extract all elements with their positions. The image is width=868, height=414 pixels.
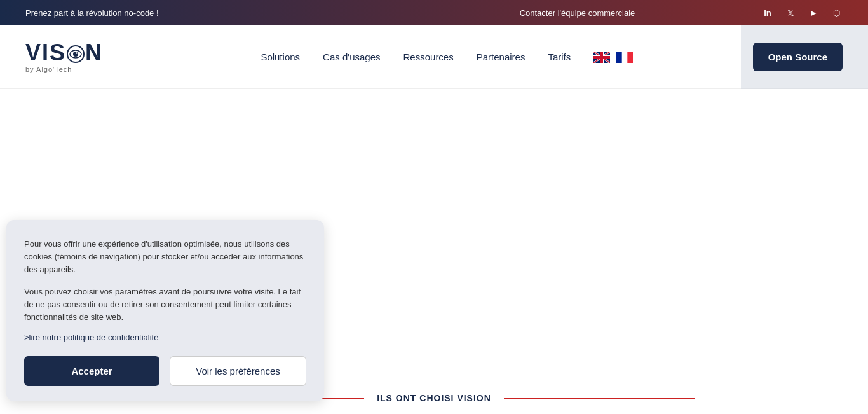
cookie-buttons-group: Accepter Voir les préférences: [24, 356, 306, 386]
site-logo[interactable]: VIS N by Algo'Tech: [25, 41, 103, 73]
twitter-icon[interactable]: [784, 6, 797, 19]
top-banner: Prenez part à la révolution no-code ! Co…: [0, 0, 868, 25]
youtube-icon[interactable]: [807, 6, 820, 19]
banner-center-text[interactable]: Contacter l'équipe commerciale: [393, 8, 761, 18]
language-flags: [593, 52, 633, 63]
logo-wordmark: VIS N: [25, 41, 103, 64]
cookie-consent-modal: Pour vous offrir une expérience d'utilis…: [6, 220, 324, 401]
instagram-icon[interactable]: [830, 6, 843, 19]
svg-rect-15: [616, 52, 622, 63]
main-nav: Solutions Cas d'usages Ressources Parten…: [141, 52, 753, 63]
nav-partenaires[interactable]: Partenaires: [477, 52, 526, 62]
logo-byline: by Algo'Tech: [25, 66, 72, 73]
banner-left-text: Prenez part à la révolution no-code !: [25, 8, 393, 18]
svg-point-2: [73, 52, 78, 57]
nav-solutions[interactable]: Solutions: [261, 52, 300, 62]
social-icons-group: [761, 6, 843, 19]
linkedin-icon[interactable]: [761, 6, 774, 19]
svg-rect-12: [593, 56, 610, 59]
main-content: ILS ONT CHOISI VISION Pour vous offrir u…: [0, 89, 868, 414]
flag-en[interactable]: [593, 52, 610, 63]
banner-revolution-text: Prenez part à la révolution no-code !: [25, 8, 159, 18]
site-header: VIS N by Algo'Tech Solutions Cas d'usage…: [0, 25, 868, 89]
nav-tarifs[interactable]: Tarifs: [548, 52, 571, 62]
ils-line-right: [504, 398, 695, 399]
nav-cas-usages[interactable]: Cas d'usages: [323, 52, 380, 62]
flag-fr[interactable]: [616, 52, 633, 63]
open-source-button[interactable]: Open Source: [753, 43, 843, 71]
nav-ressources[interactable]: Ressources: [403, 52, 454, 62]
cookie-para-1: Pour vous offrir une expérience d'utilis…: [24, 238, 306, 276]
cookie-policy-link[interactable]: >lire notre politique de confidentialité: [24, 333, 306, 342]
svg-point-3: [76, 52, 77, 53]
preferences-button[interactable]: Voir les préférences: [170, 356, 306, 386]
accept-button[interactable]: Accepter: [24, 356, 159, 386]
cookie-para-2: Vous pouvez choisir vos paramètres avant…: [24, 286, 306, 324]
ils-ont-choisi-text: ILS ONT CHOISI VISION: [377, 393, 491, 403]
logo-eye-icon: [67, 45, 85, 63]
banner-contact-text: Contacter l'équipe commerciale: [520, 8, 635, 18]
